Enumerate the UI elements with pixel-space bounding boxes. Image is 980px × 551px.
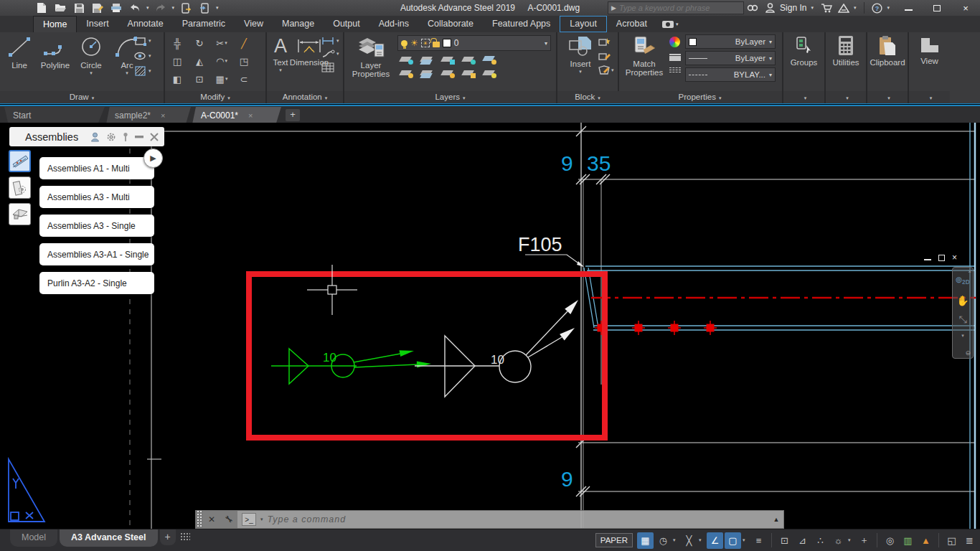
help-dropdown[interactable]: ▾ [887, 5, 890, 11]
object-color-dropdown[interactable]: ByLayer ▾ [685, 34, 776, 49]
view-button[interactable]: View [908, 35, 951, 65]
list-item[interactable]: Assemblies A1 - Multi [39, 157, 154, 179]
undo-button[interactable] [128, 1, 142, 14]
clean-screen-toggle[interactable]: ◱ [943, 532, 960, 549]
draw-panel-label[interactable]: Draw▾ [0, 91, 164, 103]
zoom-extents-icon[interactable]: ⤡ [958, 314, 966, 324]
rotate-tool-icon[interactable]: ↻ [192, 36, 207, 50]
minimize-button[interactable] [894, 0, 923, 16]
command-prompt-icon[interactable]: >_ [242, 513, 256, 526]
rectangle-tool-button[interactable]: ▾ [133, 35, 151, 47]
move-tool-icon[interactable]: ╬ [169, 36, 185, 50]
dynamic-ucs-toggle[interactable]: ⊿ [794, 532, 811, 549]
layer-unisolate-icon[interactable] [420, 55, 434, 65]
sign-in-dropdown[interactable]: ▾ [811, 5, 814, 11]
ellipse-tool-button[interactable]: ▾ [133, 50, 151, 62]
linear-dimension-dropdown[interactable]: ▾ [336, 38, 339, 44]
maximize-button[interactable] [923, 0, 951, 16]
ribbon-display-toggle[interactable]: ▾ [662, 16, 679, 32]
snap-mode-toggle[interactable]: ◷ [655, 532, 672, 549]
list-item[interactable]: Purlin A3-A2 - Single [39, 272, 154, 294]
list-item[interactable]: Assemblies A3 - Multi [39, 186, 154, 208]
app-store-cart-icon[interactable] [818, 1, 835, 15]
close-tab-icon[interactable]: × [161, 108, 165, 124]
performance-warning-icon[interactable]: ▲ [918, 532, 934, 549]
lineweight-dropdown[interactable]: ByLayer ▾ [685, 51, 776, 65]
clipboard-panel-label[interactable]: ▾ [867, 91, 908, 103]
ribbon-tab-acrobat[interactable]: Acrobat [607, 16, 656, 32]
polyline-tool-button[interactable]: Polyline [39, 35, 72, 76]
fillet-tool-icon[interactable]: ◠▾ [214, 54, 230, 68]
ribbon-tab-home[interactable]: Home [33, 16, 77, 32]
ribbon-tab-layout[interactable]: Layout [560, 16, 607, 32]
layer-properties-button[interactable]: Layer Properties [349, 35, 393, 78]
command-wrench-icon[interactable]: 🔧︎ [220, 511, 237, 528]
dimension-tool-button[interactable]: Dimension [294, 35, 324, 73]
file-tab-sample2[interactable]: sample2* × [106, 107, 191, 124]
user-palette-icon[interactable] [90, 132, 100, 142]
qat-customize-dropdown[interactable]: ▾ [216, 5, 219, 11]
block-attributes-button[interactable]: ▾ [598, 65, 614, 75]
autodesk-a360-icon[interactable] [835, 1, 852, 15]
explode-tool-icon[interactable]: ◳ [236, 54, 252, 68]
command-close-icon[interactable]: ✕ [203, 511, 220, 528]
edit-block-button[interactable] [598, 51, 614, 61]
utilities-panel-label[interactable]: ▾ [826, 91, 866, 103]
assembly-tool-beam[interactable] [9, 150, 31, 172]
layer-dropdown-arrow[interactable]: ▾ [545, 40, 547, 47]
rectangle-dropdown[interactable]: ▾ [149, 38, 151, 44]
text-dropdown[interactable]: ▾ [279, 67, 282, 73]
ribbon-tab-manage[interactable]: Manage [273, 16, 324, 32]
layout-tab-a3[interactable]: A3 Advance Steel [60, 529, 157, 547]
isodraft-toggle[interactable]: ╳ [681, 532, 697, 549]
search-icon[interactable] [744, 1, 761, 15]
layer-lock-icon[interactable] [461, 55, 476, 65]
view-panel-label[interactable]: ▾ [909, 91, 950, 103]
layer-match-icon[interactable] [420, 68, 434, 78]
sign-in-button[interactable]: Sign In [780, 3, 806, 13]
pan-hand-icon[interactable]: ✋ [956, 296, 969, 306]
navbar-dropdown[interactable]: ▾ [961, 333, 964, 339]
viewport-close-icon[interactable]: × [952, 253, 957, 263]
navbar-close-icon[interactable]: × [968, 268, 971, 275]
copy-tool-icon[interactable]: ◫ [169, 54, 185, 68]
command-bar-grip[interactable] [196, 511, 203, 528]
text-tool-button[interactable]: A Text ▾ [270, 35, 291, 73]
settings-gear-icon[interactable] [106, 132, 116, 142]
recent-commands-dropdown[interactable]: ▾ [260, 517, 263, 522]
lineweight-icon[interactable] [669, 52, 681, 62]
mirror-tool-icon[interactable]: ◭ [192, 54, 207, 68]
paper-space-toggle[interactable]: PAPER [595, 533, 633, 547]
share-view-button[interactable] [179, 1, 193, 14]
layers-panel-label[interactable]: Layers▾ [344, 91, 556, 103]
color-wheel-icon[interactable] [669, 37, 680, 47]
ribbon-tab-output[interactable]: Output [324, 16, 369, 32]
linetype-dropdown[interactable]: BYLAY... ▾ [685, 67, 776, 82]
hatch-tool-button[interactable]: ▾ [133, 65, 151, 77]
pin-icon[interactable] [123, 132, 128, 142]
new-layout-button[interactable]: + [160, 529, 176, 545]
file-tab-start[interactable]: Start [4, 107, 105, 124]
groups-panel-label[interactable]: ▾ [783, 91, 824, 103]
layer-make-current-icon[interactable] [482, 55, 496, 65]
redo-button[interactable] [154, 1, 168, 14]
circle-tool-button[interactable]: Circle ▾ [75, 35, 108, 76]
layer-isolate-icon[interactable] [399, 55, 413, 65]
search-go-icon[interactable]: ▶ [608, 4, 619, 11]
close-palette-icon[interactable] [150, 133, 159, 141]
annotation-panel-label[interactable]: Annotation▾ [267, 91, 343, 103]
layer-select-dropdown[interactable]: ☀ ☀ 0 ▾ [397, 35, 551, 51]
selection-cycling-toggle[interactable]: ⊡ [776, 532, 793, 549]
ribbon-tab-featured-apps[interactable]: Featured Apps [483, 16, 560, 32]
open-from-mobile-button[interactable] [197, 1, 212, 14]
insert-dropdown[interactable]: ▾ [579, 69, 582, 75]
redo-dropdown[interactable]: ▾ [172, 5, 175, 11]
dynamic-input-toggle[interactable]: ∴ [812, 532, 829, 549]
assembly-tool-plate[interactable] [9, 176, 31, 199]
hatch-dropdown[interactable]: ▾ [149, 68, 151, 74]
linetype-icon[interactable] [669, 67, 681, 76]
assembly-tool-profile[interactable] [9, 203, 31, 225]
grid-display-toggle[interactable]: ▦ [637, 532, 654, 549]
file-tab-ac0001[interactable]: A-C0001* × [192, 107, 281, 124]
isolate-objects-toggle[interactable]: ◎ [882, 532, 898, 549]
